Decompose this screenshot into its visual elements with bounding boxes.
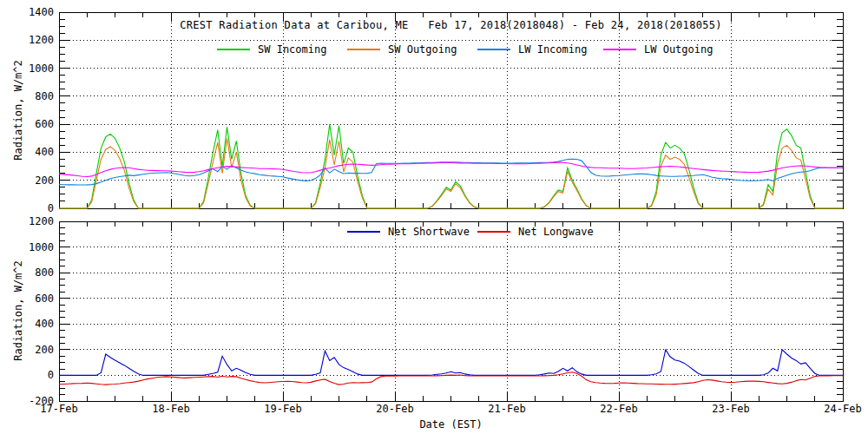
x-tick-label: 24-Feb [817, 403, 868, 415]
y-tick-label: 600 [12, 118, 54, 130]
y-tick-label: 800 [12, 266, 54, 279]
y-tick-label: 600 [12, 293, 54, 305]
y-tick-label: 1200 [12, 215, 54, 227]
legend-item-lw-outgoing: LW Outgoing [603, 43, 713, 56]
y-tick-label: 1400 [12, 6, 54, 18]
chart-title: CREST Radiation Data at Caribou, ME Feb … [59, 19, 843, 31]
y-tick-label: 800 [12, 90, 54, 102]
legend-top-panel: SW IncomingSW OutgoingLW IncomingLW Outg… [0, 43, 868, 56]
x-tick-label: 23-Feb [705, 403, 757, 415]
legend-swatch [477, 49, 510, 50]
y-tick-label: 0 [12, 369, 54, 381]
series-net-shortwave [59, 350, 843, 376]
legend-item-sw-outgoing: SW Outgoing [347, 43, 457, 56]
series-sw-outgoing [59, 138, 843, 208]
legend-item-net-longwave: Net Longwave [477, 226, 594, 238]
legend-swatch [217, 49, 250, 50]
legend-item-lw-incoming: LW Incoming [477, 43, 587, 56]
y-tick-label: 0 [12, 202, 54, 214]
legend-swatch [603, 49, 636, 50]
legend-label: LW Outgoing [644, 43, 713, 56]
x-tick-label: 17-Feb [33, 403, 85, 415]
radiation-chart: CREST Radiation Data at Caribou, ME Feb … [0, 0, 868, 434]
legend-label: SW Incoming [258, 43, 326, 56]
y-tick-label: 1000 [12, 62, 54, 75]
legend-bottom-panel: Net ShortwaveNet Longwave [0, 226, 868, 238]
y-tick-label: 1200 [12, 34, 54, 46]
y-tick-label: 400 [12, 318, 54, 330]
x-tick-label: 21-Feb [481, 403, 533, 415]
x-tick-label: 18-Feb [145, 403, 197, 415]
y-tick-label: 400 [12, 146, 54, 158]
plot-canvas [0, 0, 868, 434]
series-sw-incoming [59, 124, 843, 208]
y-tick-label: 200 [12, 174, 54, 187]
legend-item-net-shortwave: Net Shortwave [347, 226, 470, 238]
legend-swatch [347, 231, 380, 233]
series-net-longwave [59, 372, 843, 385]
y-tick-label: 1000 [12, 241, 54, 253]
y-tick-label: 200 [12, 344, 54, 356]
legend-label: Net Longwave [518, 226, 594, 238]
legend-swatch [347, 49, 380, 50]
legend-swatch [477, 231, 510, 233]
legend-label: Net Shortwave [388, 226, 470, 238]
panel-border [59, 221, 843, 401]
x-tick-label: 22-Feb [593, 403, 645, 415]
x-tick-label: 20-Feb [369, 403, 421, 415]
legend-label: SW Outgoing [388, 43, 457, 56]
legend-item-sw-incoming: SW Incoming [217, 43, 326, 56]
legend-label: LW Incoming [518, 43, 587, 56]
x-axis-label: Date (EST) [59, 418, 843, 431]
x-tick-label: 19-Feb [257, 403, 309, 415]
